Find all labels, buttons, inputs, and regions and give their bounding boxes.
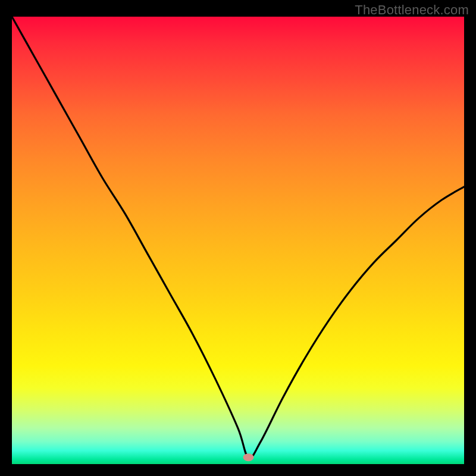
plot-area — [12, 17, 464, 464]
minimum-marker — [243, 453, 254, 461]
watermark-text: TheBottleneck.com — [355, 2, 469, 18]
bottleneck-curve — [12, 17, 464, 458]
curve-svg — [12, 17, 464, 464]
chart-frame: TheBottleneck.com — [0, 0, 476, 476]
